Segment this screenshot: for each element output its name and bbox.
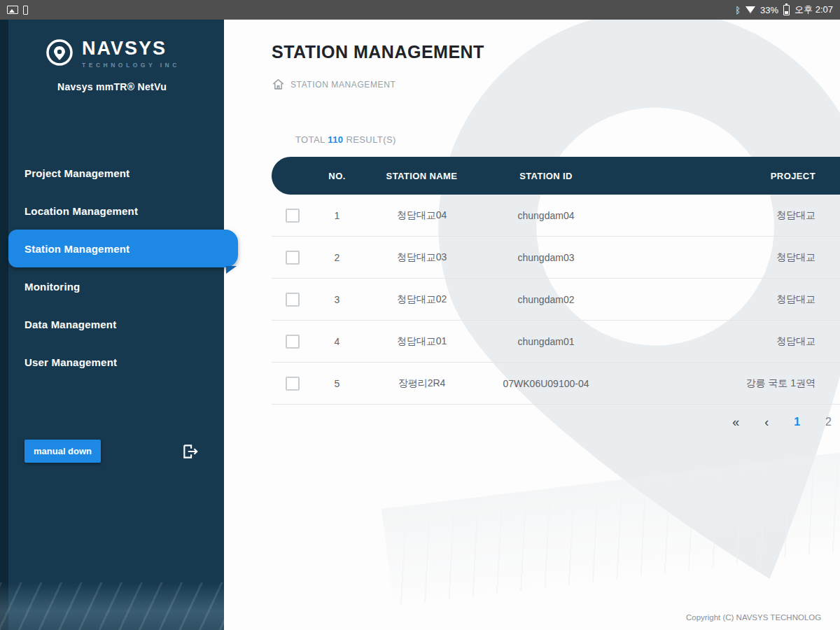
total-label: TOTAL bbox=[295, 134, 325, 145]
page-button-1[interactable]: 1 bbox=[794, 416, 800, 428]
sidebar-item-project-management[interactable]: Project Management bbox=[0, 154, 224, 192]
product-name: Navsys mmTR® NetVu bbox=[0, 81, 224, 92]
prev-page-button[interactable]: ‹ bbox=[764, 416, 769, 428]
main-content: STATION MANAGEMENT STATION MANAGEMENT TO… bbox=[224, 20, 840, 630]
sidebar-item-station-management[interactable]: Station Management bbox=[8, 230, 238, 267]
stations-table: NO.STATION NAMESTATION IDPROJECT 1청담대교04… bbox=[272, 157, 840, 405]
sidebar-item-label: Data Management bbox=[24, 318, 116, 330]
sidebar-item-location-management[interactable]: Location Management bbox=[0, 192, 224, 230]
table-row: 5장평리2R407WK06U09100-04강릉 국토 1권역 bbox=[272, 363, 840, 405]
cell-station-name: 청담대교04 bbox=[360, 209, 483, 222]
home-icon bbox=[272, 78, 285, 91]
sidebar-item-data-management[interactable]: Data Management bbox=[0, 305, 224, 343]
table-row: 3청담대교02chungdam02청담대교 bbox=[272, 279, 840, 321]
cell-project: 청담대교 bbox=[609, 209, 840, 222]
table-row: 1청담대교04chungdam04청담대교 bbox=[272, 195, 840, 237]
cell-project: 청담대교 bbox=[609, 293, 840, 306]
status-bar: ᛒ 33% 오후 2:07 bbox=[0, 0, 840, 20]
copyright-text: Copyright (C) NAVSYS TECHNOLOG bbox=[686, 613, 821, 622]
pagination-pages: 12 bbox=[794, 416, 832, 428]
navsys-logo-icon bbox=[44, 38, 75, 69]
status-time: 오후 2:07 bbox=[794, 4, 833, 16]
column-header: STATION NAME bbox=[360, 171, 483, 181]
page-button-2[interactable]: 2 bbox=[825, 416, 832, 428]
row-checkbox[interactable] bbox=[286, 335, 300, 349]
table-body: 1청담대교04chungdam04청담대교2청담대교03chungdam03청담… bbox=[272, 195, 840, 405]
sidebar-item-label: User Management bbox=[24, 356, 117, 368]
cell-station-name: 청담대교01 bbox=[360, 335, 483, 348]
sidebar-item-monitoring[interactable]: Monitoring bbox=[0, 267, 224, 305]
result-label: RESULT(S) bbox=[346, 134, 396, 145]
column-header: STATION ID bbox=[483, 171, 609, 181]
row-checkbox[interactable] bbox=[286, 209, 300, 223]
table-row: 4청담대교01chungdam01청담대교 bbox=[272, 321, 840, 363]
cell-no: 1 bbox=[314, 210, 360, 221]
sidebar-item-label: Monitoring bbox=[24, 281, 80, 293]
sidebar-item-label: Location Management bbox=[24, 205, 138, 217]
sidebar-item-label: Project Management bbox=[24, 167, 130, 179]
sidebar-menu: Project Management Location Management S… bbox=[0, 154, 224, 381]
cell-station-id: chungdam04 bbox=[483, 210, 609, 221]
bluetooth-icon: ᛒ bbox=[735, 6, 741, 15]
manual-down-button[interactable]: manual down bbox=[24, 440, 101, 463]
cell-station-id: chungdam01 bbox=[483, 336, 609, 347]
sidebar: NAVSYS TECHNOLOGY INC Navsys mmTR® NetVu… bbox=[0, 20, 224, 630]
bridge-watermark bbox=[382, 427, 840, 606]
row-checkbox[interactable] bbox=[286, 377, 300, 391]
sidebar-item-label: Station Management bbox=[24, 243, 130, 255]
screenshot-icon bbox=[7, 6, 18, 14]
page-title: STATION MANAGEMENT bbox=[272, 42, 840, 62]
logo-block: NAVSYS TECHNOLOGY INC Navsys mmTR® NetVu bbox=[0, 20, 224, 92]
wifi-icon bbox=[746, 6, 755, 13]
table-row: 2청담대교03chungdam03청담대교 bbox=[272, 237, 840, 279]
battery-small-icon bbox=[23, 6, 28, 15]
cell-project: 청담대교 bbox=[609, 251, 840, 264]
battery-percent: 33% bbox=[760, 5, 778, 15]
breadcrumb: STATION MANAGEMENT bbox=[272, 78, 840, 91]
logo-subtitle: TECHNOLOGY INC bbox=[82, 62, 180, 69]
cell-no: 5 bbox=[314, 378, 360, 389]
cell-no: 2 bbox=[314, 252, 360, 263]
column-header: NO. bbox=[314, 171, 360, 181]
sidebar-item-user-management[interactable]: User Management bbox=[0, 343, 224, 381]
sidebar-bridge-photo bbox=[0, 582, 224, 630]
cell-station-id: chungdam02 bbox=[483, 294, 609, 305]
breadcrumb-label: STATION MANAGEMENT bbox=[290, 80, 396, 90]
cell-station-id: 07WK06U09100-04 bbox=[483, 378, 609, 389]
cell-station-name: 장평리2R4 bbox=[360, 377, 483, 390]
pagination: « ‹ 12 bbox=[272, 416, 836, 428]
cell-station-id: chungdam03 bbox=[483, 252, 609, 263]
cell-station-name: 청담대교02 bbox=[360, 293, 483, 306]
cell-no: 3 bbox=[314, 294, 360, 305]
cell-no: 4 bbox=[314, 336, 360, 347]
logout-icon[interactable] bbox=[181, 442, 200, 461]
cell-project: 강릉 국토 1권역 bbox=[609, 377, 840, 390]
total-count: 110 bbox=[328, 134, 343, 145]
logo-title: NAVSYS bbox=[82, 39, 180, 58]
battery-icon bbox=[783, 5, 790, 15]
column-header: PROJECT bbox=[609, 171, 840, 181]
row-checkbox[interactable] bbox=[286, 251, 300, 265]
row-checkbox[interactable] bbox=[286, 293, 300, 307]
table-header: NO.STATION NAMESTATION IDPROJECT bbox=[272, 157, 840, 195]
first-page-button[interactable]: « bbox=[732, 416, 739, 428]
cell-project: 청담대교 bbox=[609, 335, 840, 348]
total-results: TOTAL 110 RESULT(S) bbox=[295, 134, 840, 145]
cell-station-name: 청담대교03 bbox=[360, 251, 483, 264]
